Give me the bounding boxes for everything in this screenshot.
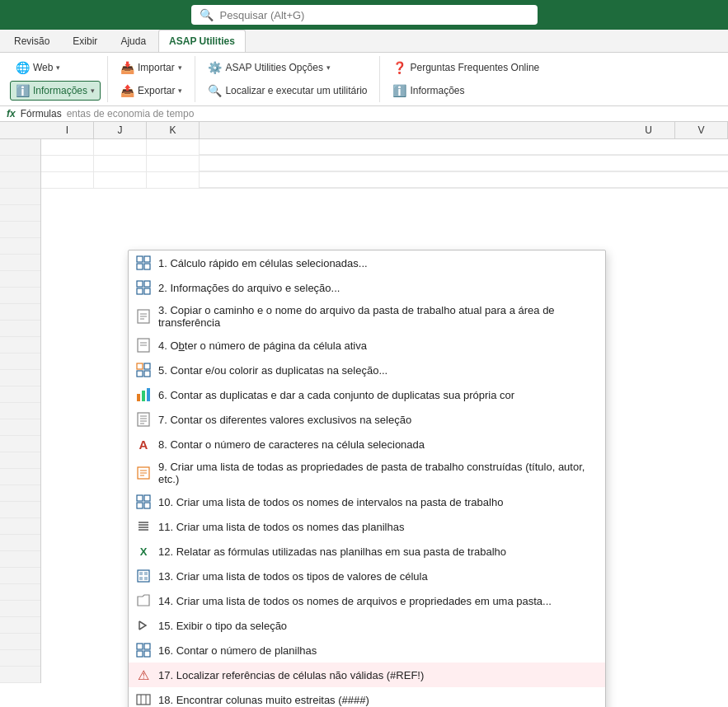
localizar-button[interactable]: 🔍 Localizar e executar um utilitário	[202, 81, 373, 101]
cell-i2[interactable]	[41, 156, 94, 171]
col-header-k: K	[147, 122, 200, 138]
svg-rect-31	[137, 495, 143, 501]
menu-item-7[interactable]: 7. Contar os diferentes valores exclusiv…	[129, 407, 605, 432]
cell-k2[interactable]	[147, 156, 200, 171]
menu-item-4[interactable]: 4. Obter o número de página da célula at…	[129, 333, 605, 358]
row-31	[0, 634, 40, 650]
row-6	[0, 222, 40, 238]
menu-item-5[interactable]: 5. Contar e/ou colorir as duplicatas na …	[129, 358, 605, 382]
row-8	[0, 255, 40, 271]
svg-rect-18	[144, 371, 150, 377]
tab-asap-utilities[interactable]: ASAP Utilities	[158, 30, 246, 52]
menu-text-7: 7. Contar os diferentes valores exclusiv…	[158, 414, 595, 426]
info-button[interactable]: ℹ️ Informações	[387, 81, 470, 101]
ribbon-group-help: ❓ Perguntas Frequentes Online ℹ️ Informa…	[383, 56, 552, 102]
menu-text-2: 2. Informações do arquivo e seleção...	[158, 282, 595, 294]
cell-j1[interactable]	[94, 139, 147, 155]
menu-item-2[interactable]: 2. Informações do arquivo e seleção...	[129, 275, 605, 300]
menu-item-13[interactable]: 13. Criar uma lista de todos os tipos de…	[129, 564, 605, 588]
cell-j2[interactable]	[94, 156, 147, 171]
tab-revisao[interactable]: Revisão	[3, 30, 60, 52]
menu-item-6[interactable]: 6. Contar as duplicatas e dar a cada con…	[129, 382, 605, 407]
menu-item-16[interactable]: 16. Contar o número de planilhas	[129, 638, 605, 663]
web-chevron: ▾	[56, 63, 60, 72]
row-7	[0, 238, 40, 255]
informacoes-chevron: ▾	[91, 87, 95, 95]
menu-item-18[interactable]: 18. Encontrar colunas muito estreitas (#…	[129, 687, 605, 707]
menu-item-17[interactable]: ⚠ 17. Localizar referências de células n…	[129, 663, 605, 687]
svg-rect-33	[137, 503, 143, 508]
menu-icon-8: A	[135, 436, 152, 452]
exportar-button[interactable]: 📤 Exportar ▾	[115, 81, 188, 101]
menu-item-1[interactable]: 1. Cálculo rápido em células selecionada…	[129, 250, 605, 275]
menu-icon-2	[135, 279, 152, 296]
menu-item-3[interactable]: 3. Copiar o caminho e o nome do arquivo …	[129, 300, 605, 333]
menu-item-15[interactable]: 15. Exibir o tipo da seleção	[129, 613, 605, 638]
cell-i3[interactable]	[41, 172, 94, 188]
svg-rect-4	[137, 281, 143, 287]
col-header-i: I	[41, 122, 94, 138]
faq-icon: ❓	[392, 61, 406, 74]
menu-icon-18	[135, 691, 152, 707]
menu-text-16: 16. Contar o número de planilhas	[158, 644, 595, 657]
row-12	[0, 321, 40, 337]
menu-text-15: 15. Exibir o tipo da seleção	[158, 620, 595, 632]
row-4	[0, 189, 40, 205]
menu-text-1: 1. Cálculo rápido em células selecionada…	[158, 257, 595, 269]
svg-rect-47	[137, 651, 143, 657]
menu-item-11[interactable]: 11. Criar uma lista de todos os nomes da…	[129, 514, 605, 539]
menu-text-10: 10. Criar uma lista de todos os nomes de…	[158, 496, 595, 508]
informacoes-dropdown: 1. Cálculo rápido em células selecionada…	[128, 250, 606, 707]
row-27	[0, 568, 40, 584]
menu-icon-6	[135, 386, 152, 403]
cell-i1[interactable]	[41, 139, 94, 155]
row-3	[0, 172, 40, 189]
menu-item-12[interactable]: X 12. Relatar as fórmulas utilizadas nas…	[129, 539, 605, 564]
faq-button[interactable]: ❓ Perguntas Frequentes Online	[387, 58, 545, 77]
menu-icon-1	[135, 255, 152, 271]
cell-k3[interactable]	[147, 172, 200, 188]
menu-icon-5	[135, 362, 152, 378]
menu-item-14[interactable]: 14. Criar uma lista de todos os nomes de…	[129, 588, 605, 613]
asap-opcoes-label: ASAP Utilities Opções	[225, 62, 323, 73]
menu-icon-10	[135, 494, 152, 510]
svg-rect-6	[137, 288, 143, 294]
importar-icon: 📥	[120, 61, 134, 74]
svg-rect-17	[137, 371, 143, 377]
row-21	[0, 469, 40, 485]
row-1	[0, 139, 40, 156]
menu-item-8[interactable]: A 8. Contar o número de caracteres na cé…	[129, 432, 605, 457]
row-24	[0, 518, 40, 535]
economy-label: entas de economia de tempo	[67, 108, 195, 119]
menu-item-10[interactable]: 10. Criar uma lista de todos os nomes de…	[129, 489, 605, 514]
menu-icon-17: ⚠	[135, 667, 152, 683]
web-button[interactable]: 🌐 Web ▾	[10, 58, 66, 77]
asap-opcoes-chevron: ▾	[326, 63, 331, 72]
cell-j3[interactable]	[94, 172, 147, 188]
svg-rect-32	[144, 495, 150, 501]
row-9	[0, 271, 40, 288]
menu-text-13: 13. Criar uma lista de todos os tipos de…	[158, 570, 595, 583]
informacoes-button[interactable]: ℹ️ Informações ▾	[10, 81, 101, 101]
importar-button[interactable]: 📥 Importar ▾	[115, 58, 188, 77]
grid-row-2	[41, 156, 728, 172]
row-15	[0, 370, 40, 386]
tab-ajuda[interactable]: Ajuda	[110, 30, 157, 52]
search-input[interactable]	[220, 9, 529, 21]
menu-item-9[interactable]: 9. Criar uma lista de todas as proprieda…	[129, 457, 605, 489]
asap-opcoes-button[interactable]: ⚙️ ASAP Utilities Opções ▾	[202, 58, 336, 77]
search-icon: 🔍	[200, 8, 214, 21]
svg-rect-19	[137, 394, 140, 401]
cell-k1[interactable]	[147, 139, 200, 155]
web-label: Web	[33, 62, 53, 73]
informacoes-label: Informações	[33, 85, 87, 96]
search-input-wrap[interactable]: 🔍	[191, 5, 538, 25]
row-30	[0, 617, 40, 634]
tab-exibir[interactable]: Exibir	[62, 30, 108, 52]
row-18	[0, 419, 40, 436]
exportar-icon: 📤	[120, 84, 134, 97]
menu-text-11: 11. Criar uma lista de todos os nomes da…	[158, 521, 595, 533]
menu-text-6: 6. Contar as duplicatas e dar a cada con…	[158, 389, 595, 401]
web-icon: 🌐	[16, 61, 30, 74]
formula-bar: fx Fórmulas entas de economia de tempo	[0, 106, 728, 122]
